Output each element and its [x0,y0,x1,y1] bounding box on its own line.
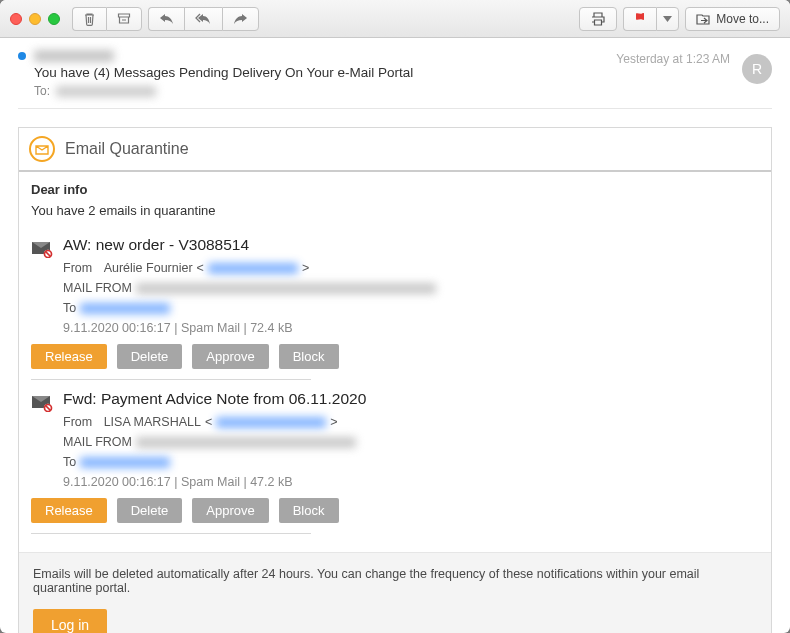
quarantine-item: Fwd: Payment Advice Note from 06.11.2020… [31,380,759,534]
avatar: R [742,54,772,84]
quarantine-item-subject: Fwd: Payment Advice Note from 06.11.2020 [63,390,366,408]
close-window-button[interactable] [10,13,22,25]
quarantine-item-stats: 9.11.2020 00:16:17 | Spam Mail | 47.2 kB [63,472,759,492]
quarantine-item-actions: Release Delete Approve Block [31,498,759,523]
approve-button[interactable]: Approve [192,344,268,369]
reply-group [148,7,259,31]
quarantine-footer: Emails will be deleted automatically aft… [19,552,771,633]
to-label: To [63,298,76,318]
flag-button[interactable] [623,7,656,31]
to-label: To: [34,84,50,98]
trash-icon [83,12,96,26]
block-button[interactable]: Block [279,498,339,523]
blocked-mail-icon [31,394,53,412]
to-label: To [63,452,76,472]
move-to-label: Move to... [716,12,769,26]
quarantine-panel-header: Email Quarantine [19,128,771,172]
release-button[interactable]: Release [31,498,107,523]
login-button[interactable]: Log in [33,609,107,633]
mail-message-window: Move to... You have (4) Messages Pending… [0,0,790,633]
reply-all-button[interactable] [184,7,222,31]
to-address-redacted [56,86,156,97]
mailfrom-label: MAIL FROM [63,278,132,298]
quarantine-icon [29,136,55,162]
from-email-redacted [208,263,298,274]
item-divider [31,533,311,534]
minimize-window-button[interactable] [29,13,41,25]
window-titlebar: Move to... [0,0,790,38]
blocked-mail-icon [31,240,53,258]
reply-icon [159,13,174,25]
delete-quarantine-button[interactable]: Delete [117,498,183,523]
flag-icon [634,12,646,25]
archive-button[interactable] [106,7,142,31]
quarantine-panel: Email Quarantine Dear info You have 2 em… [18,127,772,633]
mailfrom-redacted [136,283,436,294]
message-body: Email Quarantine Dear info You have 2 em… [0,113,790,633]
greeting: Dear info [31,182,759,197]
reply-all-icon [195,13,212,25]
traffic-lights [10,13,60,25]
message-header: You have (4) Messages Pending Delivery O… [0,38,790,113]
quarantine-panel-title: Email Quarantine [65,140,189,158]
mailfrom-redacted [136,437,356,448]
forward-icon [233,13,248,25]
print-icon [590,12,606,26]
print-button[interactable] [579,7,617,31]
message-date: Yesterday at 1:23 AM [616,50,738,66]
quarantine-footer-text: Emails will be deleted automatically aft… [33,567,757,595]
message-subject: You have (4) Messages Pending Delivery O… [34,65,616,80]
forward-button[interactable] [222,7,259,31]
header-divider [18,108,772,109]
quarantine-item-actions: Release Delete Approve Block [31,344,759,369]
from-email-redacted [216,417,326,428]
quarantine-summary: You have 2 emails in quarantine [31,203,759,218]
reply-button[interactable] [148,7,184,31]
delete-quarantine-button[interactable]: Delete [117,344,183,369]
delete-button[interactable] [72,7,106,31]
quarantine-item: AW: new order - V3088514 From Aurélie Fo… [31,226,759,380]
to-email-redacted [80,303,170,314]
from-label: From [63,412,92,432]
to-email-redacted [80,457,170,468]
quarantine-item-stats: 9.11.2020 00:16:17 | Spam Mail | 72.4 kB [63,318,759,338]
move-to-button[interactable]: Move to... [685,7,780,31]
quarantine-item-subject: AW: new order - V3088514 [63,236,249,254]
approve-button[interactable]: Approve [192,498,268,523]
from-label: From [63,258,92,278]
mailfrom-label: MAIL FROM [63,432,132,452]
block-button[interactable]: Block [279,344,339,369]
flag-group [623,7,679,31]
archive-icon [117,12,131,25]
delete-archive-group [72,7,142,31]
release-button[interactable]: Release [31,344,107,369]
zoom-window-button[interactable] [48,13,60,25]
from-name: Aurélie Fournier [104,258,193,278]
chevron-down-icon [663,16,672,22]
unread-indicator-icon [18,52,26,60]
flag-menu-button[interactable] [656,7,679,31]
sender-name-redacted [34,50,114,62]
move-icon [696,13,710,25]
from-name: LISA MARSHALL [104,412,201,432]
